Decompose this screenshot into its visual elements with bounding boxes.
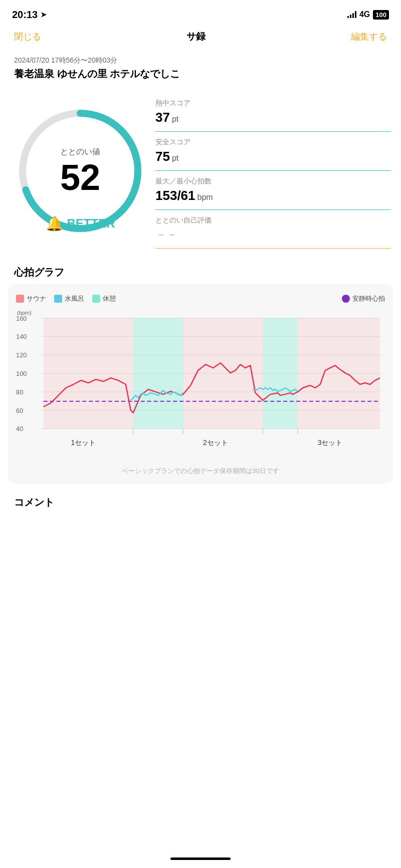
svg-text:1セット: 1セット: [71, 439, 96, 447]
status-text: BETTER: [67, 216, 115, 231]
score-item-heat: 熱中スコア 37pt: [155, 93, 391, 132]
svg-text:(bpm): (bpm): [17, 310, 32, 316]
svg-text:3セット: 3セット: [318, 439, 343, 447]
location-icon: ➤: [41, 11, 47, 19]
chart-legend: サウナ 水風呂 休憩 安静時心拍: [16, 294, 385, 303]
chart-note: ベーシックプランでの心拍データ保存期間は30日です: [16, 467, 385, 476]
signal-icon: [347, 11, 356, 18]
legend-mizuburo: 水風呂: [54, 294, 84, 303]
score-item-safety: 安全スコア 75pt: [155, 132, 391, 171]
gauge-value: 52: [60, 159, 100, 195]
comment-label: コメント: [14, 496, 387, 509]
svg-text:80: 80: [16, 388, 23, 396]
gauge-label: ととのい値: [60, 146, 100, 157]
svg-text:140: 140: [16, 333, 27, 341]
scores-right: 熱中スコア 37pt 安全スコア 75pt 最大／最小心拍数 153/61bpm…: [155, 93, 391, 249]
svg-text:100: 100: [16, 370, 27, 377]
session-date: 2024/07/20 17時56分〜20時03分: [14, 56, 387, 65]
svg-rect-17: [44, 318, 133, 429]
svg-text:2セット: 2セット: [203, 439, 228, 447]
nav-bar: 閉じる サ録 編集する: [0, 26, 401, 51]
session-info: 2024/07/20 17時56分〜20時03分 養老温泉 ゆせんの里 ホテルな…: [0, 51, 401, 83]
score-label-heat: 熱中スコア: [155, 99, 391, 108]
home-indicator: [170, 857, 231, 860]
nav-title: サ録: [186, 30, 206, 43]
gauge-circle: ととのい値 52 🔔 BETTER: [10, 101, 150, 241]
svg-text:120: 120: [16, 351, 27, 359]
status-right: 4G 100: [347, 10, 389, 20]
score-label-safety: 安全スコア: [155, 138, 391, 147]
legend-resting-hr: 安静時心拍: [342, 294, 385, 303]
svg-rect-18: [133, 318, 183, 429]
score-value-self: －－: [155, 227, 391, 242]
svg-text:160: 160: [16, 315, 27, 322]
svg-rect-20: [263, 318, 298, 429]
legend-dot-mizuburo: [54, 295, 62, 303]
network-type: 4G: [359, 10, 370, 19]
score-value-safety: 75pt: [155, 149, 391, 164]
chart-wrapper: 160 140 120 100 80 60 40 (bpm): [16, 310, 385, 461]
legend-dot-sauna: [16, 295, 24, 303]
svg-text:40: 40: [16, 425, 23, 433]
edit-button[interactable]: 編集する: [351, 31, 387, 43]
legend-dot-kyukei: [92, 295, 100, 303]
legend-dot-yaseitoki: [342, 295, 350, 303]
close-button[interactable]: 閉じる: [14, 31, 41, 43]
status-time: 20:13 ➤: [12, 9, 47, 21]
score-item-self: ととのい自己評価 －－: [155, 210, 391, 249]
session-place: 養老温泉 ゆせんの里 ホテルなでしこ: [14, 67, 387, 81]
comment-section: コメント: [0, 484, 401, 534]
svg-rect-19: [183, 318, 263, 429]
score-label-self: ととのい自己評価: [155, 216, 391, 225]
gauge-status: 🔔 BETTER: [46, 215, 115, 232]
svg-text:60: 60: [16, 407, 23, 414]
chart-container: サウナ 水風呂 休憩 安静時心拍 160 140 120 100 80: [8, 284, 393, 484]
score-value-heat: 37pt: [155, 110, 391, 125]
heart-rate-chart: 160 140 120 100 80 60 40 (bpm): [16, 310, 385, 461]
score-label-heartrate: 最大／最小心拍数: [155, 177, 391, 186]
score-item-heartrate: 最大／最小心拍数 153/61bpm: [155, 171, 391, 210]
graph-section-header: 心拍グラフ: [0, 254, 401, 284]
legend-kyukei: 休憩: [92, 294, 116, 303]
score-value-heartrate: 153/61bpm: [155, 188, 391, 203]
status-bar: 20:13 ➤ 4G 100: [0, 0, 401, 26]
battery-indicator: 100: [373, 10, 389, 20]
gauge-center: ととのい値 52: [60, 146, 100, 195]
score-section: ととのい値 52 🔔 BETTER 熱中スコア 37pt 安全スコア 75pt …: [0, 83, 401, 254]
legend-sauna: サウナ: [16, 294, 46, 303]
bell-icon: 🔔: [46, 215, 63, 232]
svg-rect-21: [298, 318, 380, 429]
